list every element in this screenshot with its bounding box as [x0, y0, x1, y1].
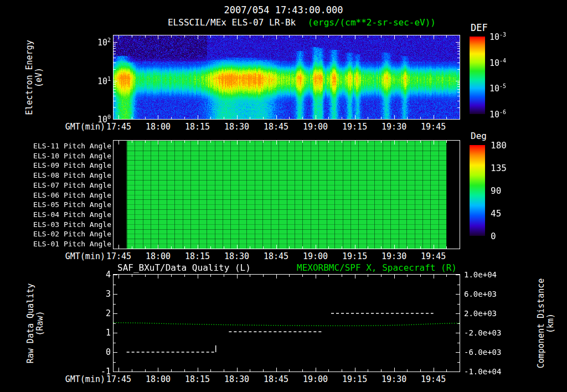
tick-mark — [171, 35, 172, 38]
tick-mark — [114, 48, 116, 49]
tick-mark — [198, 245, 198, 249]
raw-quality-axis-label-line2: (Raw) — [35, 283, 45, 364]
line-plot-panel — [113, 274, 460, 372]
tick-mark — [342, 117, 342, 119]
tick-mark — [184, 246, 185, 249]
tick-mark — [114, 119, 117, 120]
tick-mark — [342, 369, 342, 372]
colorbar-tick-label: 0 — [491, 231, 496, 241]
tick-mark — [114, 323, 116, 324]
tick-mark — [457, 69, 460, 70]
tick-mark — [118, 275, 119, 278]
colorbar-tick-label: 10-6 — [489, 109, 506, 120]
pitch-row-label: ELS-03 Pitch Angle — [0, 220, 111, 228]
tick-mark — [456, 372, 460, 372]
tick-mark — [434, 368, 434, 372]
x-tick-label: 17:45 — [106, 122, 131, 132]
pitch-row-label: ELS-04 Pitch Angle — [0, 210, 111, 218]
tick-mark — [457, 304, 460, 305]
tick-mark — [198, 275, 198, 278]
tick-mark — [210, 275, 211, 277]
tick-mark — [184, 141, 185, 143]
tick-mark — [316, 115, 316, 119]
tick-mark — [460, 369, 460, 372]
tick-mark — [132, 35, 132, 38]
tick-mark — [114, 86, 116, 87]
raw-quality-axis-label-line1: Raw Data Quality — [26, 283, 35, 364]
tick-mark — [456, 333, 460, 333]
tick-mark — [224, 246, 224, 249]
tick-mark — [114, 42, 117, 43]
energy-axis-label-line2: (eV) — [34, 40, 44, 115]
tick-mark — [434, 35, 434, 39]
tick-mark — [263, 141, 264, 143]
tick-mark — [224, 35, 224, 38]
def-colorbar-title: DEF — [471, 22, 488, 33]
x-tick-label: 18:45 — [264, 122, 288, 132]
tick-mark — [316, 245, 316, 249]
tick-mark — [457, 285, 460, 285]
tick-mark — [114, 333, 117, 333]
tick-mark — [456, 352, 460, 353]
tick-mark — [407, 35, 408, 38]
tick-mark — [446, 275, 447, 277]
y-tick-label: 1 — [81, 328, 111, 338]
x-tick-label: 18:00 — [146, 374, 171, 384]
colorbar-tick-label: 180 — [491, 140, 507, 151]
tick-mark — [114, 58, 116, 58]
tick-mark — [158, 141, 158, 145]
pitch-row-label: ELS-07 Pitch Angle — [0, 180, 111, 189]
tick-mark — [250, 275, 250, 277]
line-plot-canvas — [114, 275, 460, 372]
x-tick-label: 19:45 — [421, 374, 446, 384]
tick-mark — [434, 275, 434, 278]
tick-mark — [394, 115, 395, 119]
tick-mark — [237, 245, 238, 249]
tick-mark — [237, 115, 238, 119]
tick-mark — [171, 246, 172, 249]
tick-mark — [263, 35, 264, 38]
tick-mark — [224, 275, 224, 277]
tick-mark — [276, 245, 277, 249]
tick-mark — [276, 35, 277, 39]
tick-mark — [316, 368, 316, 372]
tick-mark — [381, 141, 382, 143]
tick-mark — [446, 246, 447, 249]
deg-colorbar-title: Deg — [471, 131, 487, 141]
def-colorbar — [470, 37, 485, 114]
tick-mark — [289, 275, 290, 277]
tick-mark — [263, 246, 264, 249]
tick-mark — [420, 246, 421, 249]
tick-mark — [250, 35, 250, 38]
tick-mark — [446, 117, 447, 119]
tick-mark — [114, 63, 116, 63]
tick-mark — [316, 141, 316, 145]
tick-mark — [420, 275, 421, 277]
tick-mark — [114, 51, 116, 51]
tick-mark — [328, 35, 329, 38]
tick-mark — [328, 117, 329, 119]
tick-mark — [114, 285, 116, 285]
tick-mark — [114, 84, 116, 85]
tick-mark — [250, 369, 250, 372]
tick-mark — [118, 141, 119, 145]
tick-mark — [446, 369, 447, 372]
tick-mark — [355, 141, 355, 145]
tick-mark — [368, 369, 368, 372]
tick-mark — [198, 35, 198, 39]
tick-mark — [114, 294, 117, 295]
pitch-row-label: ELS-02 Pitch Angle — [0, 230, 111, 238]
tick-mark — [224, 117, 224, 119]
tick-mark — [460, 275, 460, 277]
line-plot-title-right: MEXORBMC/SPF X, Spacecraft (R) — [297, 262, 457, 273]
tick-mark — [171, 275, 172, 277]
tick-mark — [446, 141, 447, 143]
x-tick-label: 18:15 — [185, 122, 210, 132]
tick-mark — [114, 313, 117, 314]
tick-mark — [132, 117, 132, 119]
tick-mark — [407, 117, 408, 119]
tick-mark — [289, 141, 290, 143]
tick-mark — [114, 96, 116, 96]
tick-mark — [276, 115, 277, 119]
y-tick-label: 102 — [81, 37, 111, 48]
